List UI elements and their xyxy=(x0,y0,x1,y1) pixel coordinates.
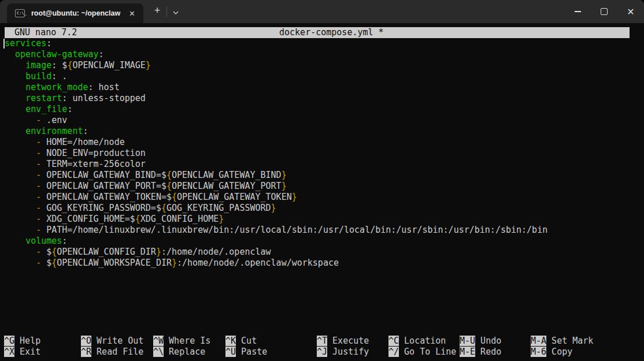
shortcut-label: Write Out xyxy=(91,336,143,346)
editor-line: openclaw-gateway: xyxy=(5,49,547,60)
shortcut-key: M-E xyxy=(460,347,475,357)
shortcut-label: Exit xyxy=(14,347,40,357)
shortcut-write-out[interactable]: ^O Write Out xyxy=(81,336,143,347)
editor-line: network_mode: host xyxy=(5,82,547,93)
command-prompt-icon: C:\_ xyxy=(15,9,25,17)
editor-line: volumes: xyxy=(5,236,547,247)
shortcut-undo[interactable]: M-U Undo xyxy=(460,336,501,347)
shortcut-label: Copy xyxy=(546,347,572,357)
editor-line: - GOG_KEYRING_PASSWORD=${GOG_KEYRING_PAS… xyxy=(5,203,547,214)
editor-line: - OPENCLAW_GATEWAY_TOKEN=${OPENCLAW_GATE… xyxy=(5,192,547,203)
editor-line: - HOME=/home/node xyxy=(5,137,547,148)
shortcut-copy[interactable]: M-6 Copy xyxy=(531,347,572,358)
tab-dropdown-button[interactable] xyxy=(170,8,182,18)
minimize-button[interactable] xyxy=(564,0,591,23)
shortcut-exit[interactable]: ^X Exit xyxy=(4,347,40,358)
editor-line: - ${OPENCLAW_CONFIG_DIR}:/home/node/.ope… xyxy=(5,247,547,258)
shortcut-execute[interactable]: ^T Execute xyxy=(317,336,369,347)
shortcut-key: M-A xyxy=(531,336,546,346)
shortcut-label: Paste xyxy=(236,347,267,357)
shortcut-location[interactable]: ^C Location xyxy=(388,336,446,347)
editor-line: restart: unless-stopped xyxy=(5,93,547,104)
shortcut-go-to-line[interactable]: ^/ Go To Line xyxy=(388,347,456,358)
tab-title: root@ubuntu: ~/openclaw xyxy=(31,9,125,17)
shortcut-label: Redo xyxy=(475,347,501,357)
editor-line: services: xyxy=(5,38,547,49)
shortcut-label: Location xyxy=(399,336,446,346)
shortcut-label: Set Mark xyxy=(546,336,593,346)
shortcut-label: Undo xyxy=(475,336,501,346)
editor-line: env_file: xyxy=(5,104,547,115)
shortcut-where-is[interactable]: ^W Where Is xyxy=(153,336,210,347)
shortcut-key: ^G xyxy=(4,336,14,346)
shortcut-key: ^U xyxy=(225,347,236,357)
maximize-icon xyxy=(601,8,608,15)
terminal-window: C:\_ root@ubuntu: ~/openclaw ✕ + ✕ GNU n… xyxy=(0,0,644,361)
titlebar-divider xyxy=(166,6,167,17)
shortcut-label: Execute xyxy=(327,336,369,346)
maximize-button[interactable] xyxy=(591,0,617,23)
shortcut-key: ^T xyxy=(317,336,327,346)
editor-line: image: ${OPENCLAW_IMAGE} xyxy=(5,60,547,71)
shortcut-row-1: ^G Help^O Write Out^W Where Is^K Cut^T E… xyxy=(0,336,644,347)
editor-line: - OPENCLAW_GATEWAY_BIND=${OPENCLAW_GATEW… xyxy=(5,170,547,181)
editor-line: build: . xyxy=(5,71,547,82)
terminal-screen[interactable]: GNU nano 7.2 docker-compose.yml * servic… xyxy=(0,23,644,361)
shortcut-help[interactable]: ^G Help xyxy=(4,336,40,347)
minimize-icon xyxy=(575,11,581,12)
shortcut-set-mark[interactable]: M-A Set Mark xyxy=(531,336,593,347)
shortcut-key: ^W xyxy=(153,336,164,346)
shortcut-key: ^K xyxy=(225,336,236,346)
shortcut-label: Go To Line xyxy=(399,347,456,357)
chevron-down-icon xyxy=(172,9,179,16)
shortcut-label: Justify xyxy=(327,347,369,357)
editor-line: - .env xyxy=(5,115,547,126)
editor-content[interactable]: services: openclaw-gateway: image: ${OPE… xyxy=(5,38,547,269)
nano-titlebar: GNU nano 7.2 docker-compose.yml * xyxy=(5,27,630,38)
shortcut-label: Help xyxy=(14,336,40,346)
shortcut-row-2: ^X Exit^R Read File^\ Replace^U Paste^J … xyxy=(0,347,644,358)
editor-line: - OPENCLAW_GATEWAY_PORT=${OPENCLAW_GATEW… xyxy=(5,181,547,192)
shortcut-key: ^J xyxy=(317,347,327,357)
editor-line: - TERM=xterm-256color xyxy=(5,159,547,170)
shortcut-cut[interactable]: ^K Cut xyxy=(225,336,257,347)
nano-filename: docker-compose.yml * xyxy=(279,27,384,38)
titlebar: C:\_ root@ubuntu: ~/openclaw ✕ + ✕ xyxy=(0,0,644,23)
window-controls: ✕ xyxy=(564,0,644,23)
nano-shortcut-bar: ^G Help^O Write Out^W Where Is^K Cut^T E… xyxy=(0,336,644,358)
shortcut-label: Cut xyxy=(236,336,257,346)
shortcut-key: ^\ xyxy=(153,347,164,357)
editor-line: - PATH=/home/linuxbrew/.linuxbrew/bin:/u… xyxy=(5,225,547,236)
shortcut-read-file[interactable]: ^R Read File xyxy=(81,347,143,358)
shortcut-replace[interactable]: ^\ Replace xyxy=(153,347,205,358)
editor-line: - ${OPENCLAW_WORKSPACE_DIR}:/home/node/.… xyxy=(5,258,547,269)
shortcut-key: ^R xyxy=(81,347,91,357)
shortcut-key: ^/ xyxy=(388,347,399,357)
shortcut-key: ^O xyxy=(81,336,91,346)
shortcut-redo[interactable]: M-E Redo xyxy=(460,347,501,358)
shortcut-key: M-6 xyxy=(531,347,546,357)
shortcut-key: ^X xyxy=(4,347,14,357)
shortcut-justify[interactable]: ^J Justify xyxy=(317,347,369,358)
editor-line: - NODE_ENV=production xyxy=(5,148,547,159)
editor-line: environment: xyxy=(5,126,547,137)
shortcut-label: Where Is xyxy=(164,336,210,346)
close-button[interactable]: ✕ xyxy=(617,0,644,23)
shortcut-key: M-U xyxy=(460,336,475,346)
shortcut-key: ^C xyxy=(388,336,399,346)
shortcut-paste[interactable]: ^U Paste xyxy=(225,347,267,358)
editor-line: - XDG_CONFIG_HOME=${XDG_CONFIG_HOME} xyxy=(5,214,547,225)
terminal-tab[interactable]: C:\_ root@ubuntu: ~/openclaw ✕ xyxy=(7,3,143,23)
new-tab-button[interactable]: + xyxy=(150,5,164,17)
nano-version: GNU nano 7.2 xyxy=(14,27,77,38)
shortcut-label: Read File xyxy=(91,347,143,357)
tab-close-icon[interactable]: ✕ xyxy=(125,8,139,19)
text-cursor xyxy=(3,39,5,49)
shortcut-label: Replace xyxy=(164,347,205,357)
